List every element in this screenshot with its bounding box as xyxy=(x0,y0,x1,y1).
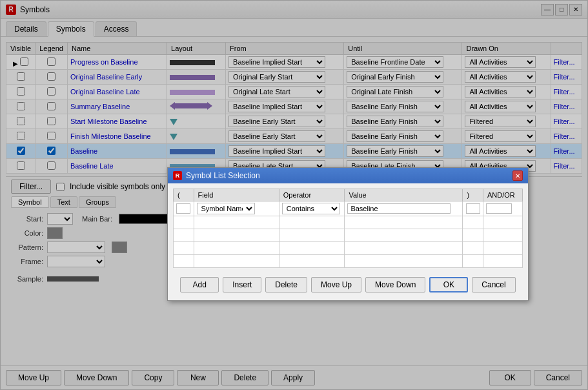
empty-cell xyxy=(463,229,483,242)
dialog-paren-close-cell xyxy=(463,201,483,216)
col-and-or: AND/OR xyxy=(483,189,522,201)
empty-cell xyxy=(463,255,483,268)
empty-cell xyxy=(345,255,463,268)
dialog-field-cell: Symbol Name Symbol Type xyxy=(194,201,279,216)
dialog-filter-table: ( Field Operator Value ) AND/OR xyxy=(173,189,523,268)
operator-select[interactable]: Contains Equals Not Equals xyxy=(282,203,340,214)
dialog-cancel-button[interactable]: Cancel xyxy=(472,277,515,292)
empty-cell xyxy=(463,242,483,255)
paren-open-input[interactable] xyxy=(176,203,190,214)
empty-cell xyxy=(345,216,463,229)
dialog-overlay: R Symbol List Selection ✕ ( Field Operat… xyxy=(1,1,587,389)
dialog-row-selector xyxy=(174,201,194,216)
empty-cell xyxy=(174,216,194,229)
empty-cell xyxy=(279,255,345,268)
empty-cell xyxy=(483,229,522,242)
dialog-delete-button[interactable]: Delete xyxy=(265,277,307,292)
dialog-title-text: Symbol List Selection xyxy=(186,171,260,180)
dialog-and-or-cell xyxy=(483,201,522,216)
dialog-filter-row-empty xyxy=(174,255,523,268)
empty-cell xyxy=(174,255,194,268)
empty-cell xyxy=(279,242,345,255)
dialog-close-button[interactable]: ✕ xyxy=(512,170,523,181)
symbol-list-selection-dialog: R Symbol List Selection ✕ ( Field Operat… xyxy=(167,167,529,301)
dialog-app-icon: R xyxy=(173,171,182,180)
empty-cell xyxy=(194,216,279,229)
dialog-title-bar: R Symbol List Selection ✕ xyxy=(168,168,528,183)
dialog-content: ( Field Operator Value ) AND/OR xyxy=(168,183,528,300)
paren-close-input[interactable] xyxy=(466,203,480,214)
empty-cell xyxy=(463,216,483,229)
main-window: R Symbols — □ ✕ Details Symbols Access V… xyxy=(0,0,588,390)
dialog-add-button[interactable]: Add xyxy=(180,277,219,292)
dialog-ok-button[interactable]: OK xyxy=(429,277,468,292)
dialog-operator-cell: Contains Equals Not Equals xyxy=(279,201,345,216)
dialog-filter-row-empty xyxy=(174,216,523,229)
field-select[interactable]: Symbol Name Symbol Type xyxy=(197,203,255,214)
dialog-insert-button[interactable]: Insert xyxy=(223,277,261,292)
empty-cell xyxy=(483,216,522,229)
dialog-buttons: Add Insert Delete Move Up Move Down OK C… xyxy=(173,273,523,295)
col-paren-close: ) xyxy=(463,189,483,201)
dialog-title-left: R Symbol List Selection xyxy=(173,171,260,180)
col-value: Value xyxy=(345,189,463,201)
dialog-move-up-button[interactable]: Move Up xyxy=(311,277,361,292)
empty-cell xyxy=(483,242,522,255)
empty-cell xyxy=(194,242,279,255)
value-input[interactable] xyxy=(347,203,451,214)
empty-cell xyxy=(345,229,463,242)
dialog-filter-row-empty xyxy=(174,229,523,242)
and-or-input[interactable] xyxy=(486,203,512,214)
empty-cell xyxy=(194,255,279,268)
col-paren-open: ( xyxy=(174,189,194,201)
dialog-move-down-button[interactable]: Move Down xyxy=(365,277,425,292)
empty-cell xyxy=(174,242,194,255)
dialog-filter-row-empty xyxy=(174,242,523,255)
empty-cell xyxy=(194,229,279,242)
col-field: Field xyxy=(194,189,279,201)
empty-cell xyxy=(279,229,345,242)
empty-cell xyxy=(345,242,463,255)
dialog-filter-row: Symbol Name Symbol Type Contains Equals … xyxy=(174,201,523,216)
dialog-value-cell xyxy=(345,201,463,216)
empty-cell xyxy=(174,229,194,242)
empty-cell xyxy=(483,255,522,268)
col-operator: Operator xyxy=(279,189,345,201)
empty-cell xyxy=(279,216,345,229)
